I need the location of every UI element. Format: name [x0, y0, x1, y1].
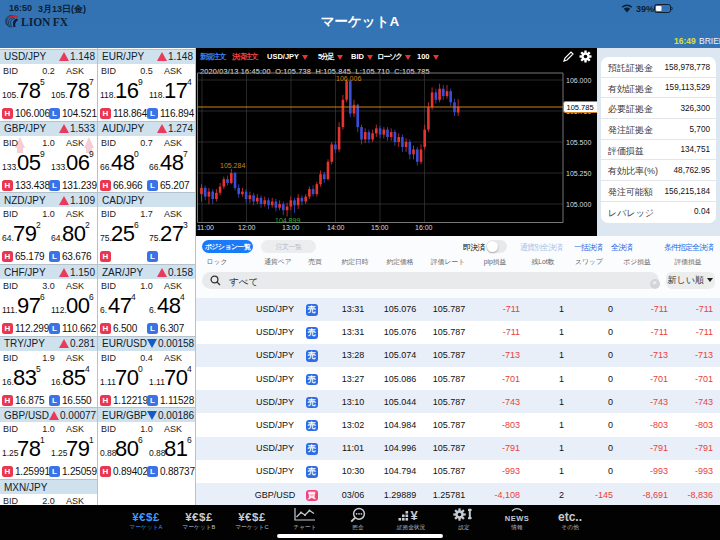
svg-text:105.284: 105.284 [220, 162, 245, 169]
svg-text:12:00: 12:00 [238, 224, 256, 231]
svg-text:11:00: 11:00 [197, 224, 214, 231]
svg-text:39%: 39% [636, 3, 654, 13]
svg-text:105.000: 105.000 [566, 201, 591, 208]
svg-text:LION FX: LION FX [21, 16, 69, 28]
svg-text:NEWS: NEWS [505, 514, 530, 523]
svg-text:13:00: 13:00 [282, 224, 300, 231]
svg-text:15:00: 15:00 [371, 224, 389, 231]
svg-text:105.500: 105.500 [566, 139, 591, 146]
svg-text:¥: ¥ [411, 508, 419, 523]
svg-text:105.250: 105.250 [566, 170, 591, 177]
svg-text:14:00: 14:00 [327, 224, 345, 231]
svg-text:106.006: 106.006 [336, 75, 361, 82]
svg-text:106.000: 106.000 [566, 77, 591, 84]
svg-text:105.785: 105.785 [567, 103, 594, 112]
svg-text:16:00: 16:00 [415, 224, 433, 231]
svg-text:104.899: 104.899 [275, 217, 300, 224]
